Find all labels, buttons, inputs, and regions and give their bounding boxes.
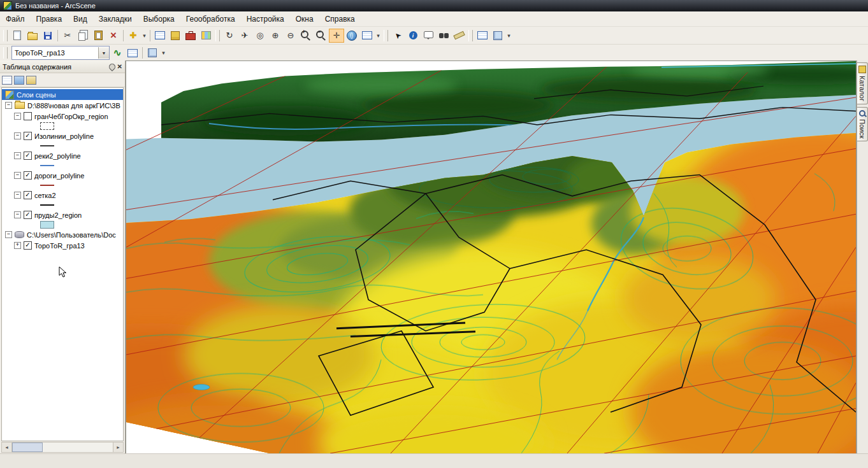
measure-button[interactable]: [451, 29, 467, 43]
layer-checkbox[interactable]: ✓: [24, 211, 32, 219]
layer-row-topotor[interactable]: + ✓ ТороТоR_гра13: [2, 240, 123, 251]
toolbar-separator: [123, 30, 124, 41]
layer-options-button[interactable]: [145, 46, 160, 60]
zoom-in-fixed-button[interactable]: ⊕: [268, 29, 283, 43]
layer-checkbox[interactable]: ✓: [24, 152, 32, 160]
identify-button[interactable]: i: [405, 29, 421, 43]
snapping-grid-icon: [127, 49, 138, 57]
expander-icon[interactable]: −: [14, 192, 21, 199]
layer-row-reki2[interactable]: − ✓ реки2_polyline: [2, 150, 123, 161]
toolbar-grip[interactable]: [3, 47, 8, 59]
html-popup-button[interactable]: [421, 29, 436, 43]
toolbar-grip[interactable]: [468, 30, 473, 41]
layer-checkbox[interactable]: ✓: [24, 241, 32, 250]
layer-options-dropdown[interactable]: ▾: [160, 46, 167, 59]
layer-row-setka2[interactable]: − ✓ сетка2: [2, 190, 123, 201]
copy-button[interactable]: [75, 29, 90, 43]
table-of-contents-button[interactable]: [152, 29, 168, 43]
new-document-button[interactable]: [10, 29, 25, 43]
extent-options-button[interactable]: [359, 29, 375, 43]
expander-icon[interactable]: −: [5, 231, 12, 238]
save-button[interactable]: [40, 29, 55, 43]
menu-view[interactable]: Вид: [68, 13, 93, 25]
viewer-window-button[interactable]: [475, 29, 490, 43]
expander-icon[interactable]: −: [5, 102, 12, 109]
toc-close-icon[interactable]: ✕: [117, 63, 122, 70]
layer-row-prudy2[interactable]: − ✓ пруды2_region: [2, 209, 123, 220]
tab-catalog[interactable]: Каталог: [857, 62, 868, 104]
toolbox-window-button[interactable]: [183, 29, 198, 43]
tree-root-scene-layers[interactable]: Слои сцены: [2, 89, 123, 100]
line-symbol: [40, 185, 54, 186]
select-features-button[interactable]: ➤: [390, 29, 405, 43]
scroll-right-icon[interactable]: ►: [113, 443, 123, 452]
more-tools-dropdown[interactable]: ▾: [505, 29, 512, 42]
combo-arrow-icon[interactable]: ▼: [98, 47, 109, 59]
menu-file[interactable]: Файл: [0, 13, 31, 25]
toolbar-grip[interactable]: [215, 30, 220, 41]
menu-selection[interactable]: Выборка: [138, 13, 180, 25]
menu-edit[interactable]: Правка: [31, 13, 68, 25]
fly-tool-button[interactable]: ✈: [237, 29, 252, 43]
layer-row-granchebgorokr[interactable]: − гранЧебГорОкр_region: [2, 111, 123, 122]
scene-viewport[interactable]: [126, 60, 857, 454]
layers-tree: Слои сцены − D:\888\новая для аркГИС\3В …: [1, 87, 124, 441]
scrollbar-thumb[interactable]: [12, 443, 43, 452]
toc-horizontal-scrollbar[interactable]: ◄ ►: [1, 442, 124, 453]
orbit-tool-button[interactable]: ↻: [222, 29, 237, 43]
list-by-drawing-order-icon[interactable]: [2, 76, 12, 85]
menu-help[interactable]: Справка: [319, 13, 361, 25]
layer-row-izolinii[interactable]: − ✓ Изолинии_polyline: [2, 131, 123, 141]
add-data-dropdown[interactable]: ▾: [141, 29, 148, 42]
delete-button[interactable]: ✕: [106, 29, 121, 43]
zoom-out-fixed-button[interactable]: ⊖: [283, 29, 298, 43]
snapping-button[interactable]: [125, 46, 140, 60]
toolbar-grip[interactable]: [3, 30, 8, 41]
center-on-target-button[interactable]: ◎: [252, 29, 268, 43]
paste-button[interactable]: [90, 29, 106, 43]
catalog-tab-icon: [858, 66, 866, 73]
layer-combo[interactable]: ТороТоR_гра13 ▼: [11, 46, 110, 60]
expander-icon[interactable]: +: [14, 242, 21, 249]
scrollbar-track[interactable]: [12, 443, 113, 452]
edit-sketch-button[interactable]: ∿: [110, 46, 125, 60]
expander-icon[interactable]: −: [14, 211, 21, 218]
cut-button[interactable]: ✂: [60, 29, 75, 43]
layer-row-dorogi[interactable]: − ✓ дороги_polyline: [2, 170, 123, 181]
menu-windows[interactable]: Окна: [290, 13, 319, 25]
add-data-button[interactable]: ✚: [126, 29, 141, 43]
expander-icon[interactable]: −: [14, 132, 21, 139]
tab-search[interactable]: Поиск: [857, 107, 868, 141]
layer-checkbox[interactable]: ✓: [24, 171, 32, 180]
open-document-button[interactable]: [25, 29, 40, 43]
pan-button[interactable]: ✛: [329, 29, 344, 43]
modelbuilder-button[interactable]: [198, 29, 213, 43]
layer-checkbox[interactable]: [24, 112, 32, 120]
tree-group-folder[interactable]: − D:\888\новая для аркГИС\3В: [2, 100, 123, 111]
menu-bookmarks[interactable]: Закладки: [93, 13, 138, 25]
tree-group-geodatabase[interactable]: − C:\Users\Пользователь\Doc: [2, 229, 123, 240]
pin-icon[interactable]: [108, 62, 117, 71]
full-extent-button[interactable]: [344, 29, 359, 43]
menu-geoprocessing[interactable]: Геообработка: [180, 13, 241, 25]
list-by-visibility-icon[interactable]: [26, 76, 36, 85]
delete-icon: ✕: [110, 31, 117, 40]
zoom-in-button[interactable]: [298, 29, 314, 43]
zoom-out-button[interactable]: [314, 29, 329, 43]
layer-checkbox[interactable]: ✓: [24, 191, 32, 199]
layer-checkbox[interactable]: ✓: [24, 132, 32, 140]
catalog-tab-label: Каталог: [858, 76, 866, 101]
line-symbol: [40, 145, 54, 146]
scene-properties-button[interactable]: [490, 29, 505, 43]
menu-bar: Файл Правка Вид Закладки Выборка Геообра…: [0, 11, 868, 27]
toolbar-grip[interactable]: [384, 30, 388, 41]
find-button[interactable]: [436, 29, 451, 43]
expander-icon[interactable]: −: [14, 152, 21, 159]
list-by-source-icon[interactable]: [14, 76, 24, 85]
extent-dropdown[interactable]: ▾: [375, 29, 382, 42]
scroll-left-icon[interactable]: ◄: [2, 443, 12, 452]
menu-customize[interactable]: Настройка: [241, 13, 290, 25]
expander-icon[interactable]: −: [14, 172, 21, 179]
expander-icon[interactable]: −: [14, 113, 21, 120]
catalog-window-button[interactable]: [168, 29, 183, 43]
